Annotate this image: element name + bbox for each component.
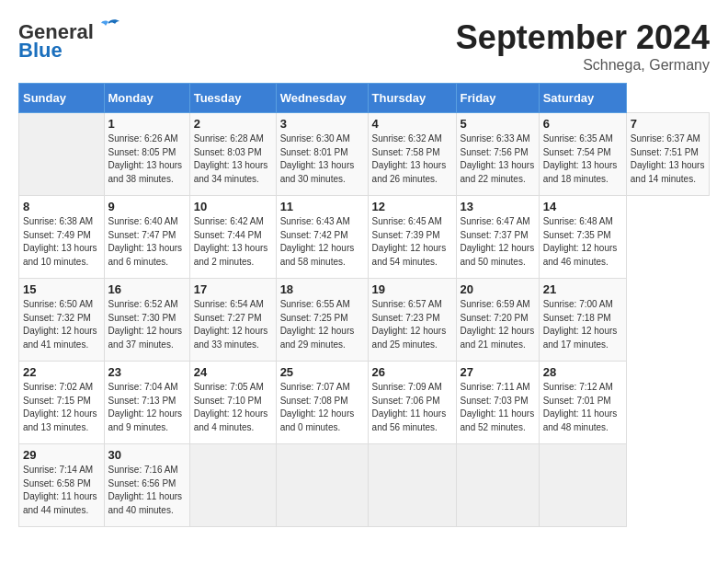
- day-info: Sunrise: 7:05 AMSunset: 7:10 PMDaylight:…: [194, 381, 272, 434]
- day-info: Sunrise: 7:00 AMSunset: 7:18 PMDaylight:…: [543, 298, 622, 351]
- day-number: 27: [461, 365, 535, 379]
- day-number: 9: [108, 200, 186, 213]
- calendar-week-row: 29Sunrise: 7:14 AMSunset: 6:58 PMDayligh…: [19, 444, 710, 527]
- calendar-day-cell: 26Sunrise: 7:09 AMSunset: 7:06 PMDayligh…: [368, 362, 456, 444]
- calendar-day-cell: [368, 444, 456, 527]
- day-info: Sunrise: 6:43 AMSunset: 7:42 PMDaylight:…: [280, 215, 364, 269]
- header-wednesday: Wednesday: [276, 84, 368, 113]
- day-info: Sunrise: 6:35 AMSunset: 7:54 PMDaylight:…: [543, 132, 622, 186]
- calendar-day-cell: 1Sunrise: 6:26 AMSunset: 8:05 PMDaylight…: [104, 113, 189, 196]
- day-info: Sunrise: 6:47 AMSunset: 7:37 PMDaylight:…: [461, 215, 535, 269]
- day-number: 6: [543, 117, 622, 131]
- day-info: Sunrise: 7:09 AMSunset: 7:06 PMDaylight:…: [372, 381, 452, 434]
- calendar-week-row: 8Sunrise: 6:38 AMSunset: 7:49 PMDaylight…: [19, 196, 710, 279]
- page-header: General Blue September 2024 Schnega, Ger…: [18, 18, 710, 74]
- day-number: 18: [280, 282, 364, 296]
- calendar-week-row: 15Sunrise: 6:50 AMSunset: 7:32 PMDayligh…: [19, 279, 710, 362]
- calendar-day-cell: 13Sunrise: 6:47 AMSunset: 7:37 PMDayligh…: [456, 196, 539, 279]
- day-info: Sunrise: 6:42 AMSunset: 7:44 PMDaylight:…: [194, 215, 272, 269]
- day-number: 1: [108, 117, 186, 131]
- logo-blue-text: Blue: [18, 40, 63, 61]
- calendar-day-cell: 4Sunrise: 6:32 AMSunset: 7:58 PMDaylight…: [368, 113, 456, 196]
- header-tuesday: Tuesday: [189, 84, 276, 113]
- day-info: Sunrise: 6:32 AMSunset: 7:58 PMDaylight:…: [372, 132, 452, 186]
- day-number: 30: [108, 448, 186, 462]
- day-info: Sunrise: 6:30 AMSunset: 8:01 PMDaylight:…: [280, 132, 364, 186]
- header-monday: Monday: [104, 84, 189, 113]
- calendar-day-cell: 9Sunrise: 6:40 AMSunset: 7:47 PMDaylight…: [104, 196, 189, 279]
- day-number: 12: [372, 200, 452, 213]
- day-info: Sunrise: 6:38 AMSunset: 7:49 PMDaylight:…: [23, 215, 100, 269]
- calendar-day-cell: 6Sunrise: 6:35 AMSunset: 7:54 PMDaylight…: [539, 113, 626, 196]
- calendar-day-cell: 24Sunrise: 7:05 AMSunset: 7:10 PMDayligh…: [189, 362, 276, 444]
- calendar-day-cell: [276, 444, 368, 527]
- calendar-day-cell: 29Sunrise: 7:14 AMSunset: 6:58 PMDayligh…: [19, 444, 105, 527]
- day-number: 23: [108, 365, 186, 379]
- day-number: 24: [194, 365, 272, 379]
- calendar-day-cell: 17Sunrise: 6:54 AMSunset: 7:27 PMDayligh…: [189, 279, 276, 362]
- calendar-title: September 2024: [456, 18, 710, 57]
- calendar-day-cell: 14Sunrise: 6:48 AMSunset: 7:35 PMDayligh…: [539, 196, 626, 279]
- header-friday: Friday: [456, 84, 539, 113]
- day-number: 21: [543, 282, 622, 296]
- calendar-day-cell: 12Sunrise: 6:45 AMSunset: 7:39 PMDayligh…: [368, 196, 456, 279]
- day-info: Sunrise: 7:07 AMSunset: 7:08 PMDaylight:…: [280, 381, 364, 434]
- calendar-week-row: 1Sunrise: 6:26 AMSunset: 8:05 PMDaylight…: [19, 113, 710, 196]
- calendar-day-cell: 8Sunrise: 6:38 AMSunset: 7:49 PMDaylight…: [19, 196, 105, 279]
- day-number: 22: [23, 365, 100, 379]
- calendar-day-cell: 3Sunrise: 6:30 AMSunset: 8:01 PMDaylight…: [276, 113, 368, 196]
- day-number: 3: [280, 117, 364, 131]
- logo: General Blue: [18, 18, 121, 61]
- calendar-day-cell: 18Sunrise: 6:55 AMSunset: 7:25 PMDayligh…: [276, 279, 368, 362]
- calendar-table: Sunday Monday Tuesday Wednesday Thursday…: [18, 83, 710, 527]
- day-number: 25: [280, 365, 364, 379]
- day-number: 20: [461, 282, 535, 296]
- day-number: 13: [461, 200, 535, 213]
- day-info: Sunrise: 6:28 AMSunset: 8:03 PMDaylight:…: [194, 132, 272, 186]
- calendar-day-cell: 16Sunrise: 6:52 AMSunset: 7:30 PMDayligh…: [104, 279, 189, 362]
- day-info: Sunrise: 6:37 AMSunset: 7:51 PMDaylight:…: [631, 132, 705, 186]
- calendar-day-cell: 30Sunrise: 7:16 AMSunset: 6:56 PMDayligh…: [104, 444, 189, 527]
- calendar-day-cell: [456, 444, 539, 527]
- day-number: 4: [372, 117, 452, 131]
- day-info: Sunrise: 6:52 AMSunset: 7:30 PMDaylight:…: [108, 298, 186, 351]
- calendar-header-row: Sunday Monday Tuesday Wednesday Thursday…: [19, 84, 710, 113]
- day-info: Sunrise: 6:40 AMSunset: 7:47 PMDaylight:…: [108, 215, 186, 269]
- day-number: 11: [280, 200, 364, 213]
- header-sunday: Sunday: [19, 84, 105, 113]
- day-number: 29: [23, 448, 100, 462]
- calendar-day-cell: 20Sunrise: 6:59 AMSunset: 7:20 PMDayligh…: [456, 279, 539, 362]
- calendar-location: Schnega, Germany: [456, 57, 710, 74]
- day-info: Sunrise: 6:54 AMSunset: 7:27 PMDaylight:…: [194, 298, 272, 351]
- calendar-day-cell: 21Sunrise: 7:00 AMSunset: 7:18 PMDayligh…: [539, 279, 626, 362]
- day-info: Sunrise: 6:48 AMSunset: 7:35 PMDaylight:…: [543, 215, 622, 269]
- day-info: Sunrise: 7:16 AMSunset: 6:56 PMDaylight:…: [108, 464, 186, 517]
- calendar-day-cell: [539, 444, 626, 527]
- day-info: Sunrise: 6:57 AMSunset: 7:23 PMDaylight:…: [372, 298, 452, 351]
- day-info: Sunrise: 7:11 AMSunset: 7:03 PMDaylight:…: [461, 381, 535, 434]
- day-info: Sunrise: 7:04 AMSunset: 7:13 PMDaylight:…: [108, 381, 186, 434]
- calendar-day-cell: 27Sunrise: 7:11 AMSunset: 7:03 PMDayligh…: [456, 362, 539, 444]
- calendar-day-cell: 23Sunrise: 7:04 AMSunset: 7:13 PMDayligh…: [104, 362, 189, 444]
- day-number: 26: [372, 365, 452, 379]
- calendar-day-cell: 22Sunrise: 7:02 AMSunset: 7:15 PMDayligh…: [19, 362, 105, 444]
- header-thursday: Thursday: [368, 84, 456, 113]
- day-info: Sunrise: 6:55 AMSunset: 7:25 PMDaylight:…: [280, 298, 364, 351]
- calendar-day-cell: [19, 113, 105, 196]
- calendar-day-cell: 28Sunrise: 7:12 AMSunset: 7:01 PMDayligh…: [539, 362, 626, 444]
- calendar-day-cell: 10Sunrise: 6:42 AMSunset: 7:44 PMDayligh…: [189, 196, 276, 279]
- day-number: 17: [194, 282, 272, 296]
- day-number: 19: [372, 282, 452, 296]
- day-number: 28: [543, 365, 622, 379]
- day-number: 15: [23, 282, 100, 296]
- calendar-day-cell: 25Sunrise: 7:07 AMSunset: 7:08 PMDayligh…: [276, 362, 368, 444]
- day-info: Sunrise: 7:14 AMSunset: 6:58 PMDaylight:…: [23, 464, 100, 517]
- day-number: 10: [194, 200, 272, 213]
- title-area: September 2024 Schnega, Germany: [456, 18, 710, 74]
- calendar-week-row: 22Sunrise: 7:02 AMSunset: 7:15 PMDayligh…: [19, 362, 710, 444]
- day-info: Sunrise: 7:12 AMSunset: 7:01 PMDaylight:…: [543, 381, 622, 434]
- calendar-day-cell: 11Sunrise: 6:43 AMSunset: 7:42 PMDayligh…: [276, 196, 368, 279]
- day-info: Sunrise: 6:45 AMSunset: 7:39 PMDaylight:…: [372, 215, 452, 269]
- day-info: Sunrise: 6:59 AMSunset: 7:20 PMDaylight:…: [461, 298, 535, 351]
- day-info: Sunrise: 6:33 AMSunset: 7:56 PMDaylight:…: [461, 132, 535, 186]
